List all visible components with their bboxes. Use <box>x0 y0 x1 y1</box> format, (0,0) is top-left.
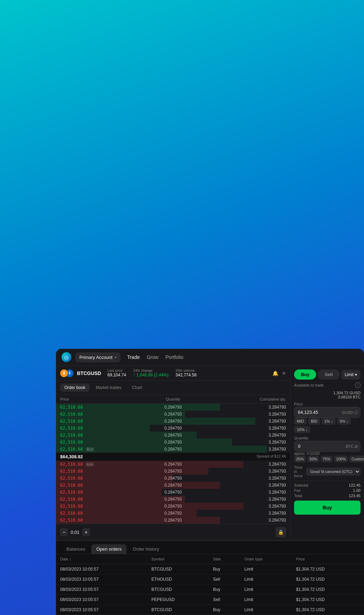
subtotal-row: Subtotal 122.45 <box>294 483 361 487</box>
table-row[interactable]: 08/03/2023 10:05:57 BTCGUSD Buy Limit $1… <box>56 585 364 595</box>
sell-row[interactable]: 62,510.68 0.284793 3.284793 <box>56 468 290 475</box>
sell-row[interactable]: 62,510.68 0.284793 3.284793 <box>56 489 290 496</box>
lock-button[interactable]: 🔒 <box>276 527 286 537</box>
mid-btn[interactable]: MID <box>294 418 307 425</box>
volume-group: 24hr volume 342,774.58 <box>176 369 197 377</box>
close-icon[interactable]: ✕ <box>282 370 286 376</box>
buy-row[interactable]: 62,510.68 0.284793 3.284793 <box>56 425 290 432</box>
tif-select[interactable]: Good 'til canceled (GTC) <box>306 468 361 475</box>
tab-open-orders[interactable]: Open orders <box>91 544 126 554</box>
volume-value: 342,774.58 <box>176 373 197 377</box>
tif-label: Time in force <box>294 465 306 478</box>
symbol-header: ₿ $ BTCGUSD Last price 69,104.74 24hr ch… <box>56 366 290 381</box>
sell-row[interactable]: 62,510.68 0.284793 3.284793 <box>56 517 290 524</box>
nav-portfolio[interactable]: Portfolio <box>165 354 183 360</box>
total-value: 123.45 <box>349 494 361 498</box>
buy-sell-tabs: Buy Sell Limit ▾ <box>294 369 361 380</box>
table-row[interactable]: 08/03/2023 10:05:57 PEPEGUSD Sell Limit … <box>56 595 364 605</box>
account-selector[interactable]: Primary Account ▾ <box>76 353 120 362</box>
row-symbol: ETHOUSD <box>147 574 209 585</box>
change-value: ↑ 1,646.88 (2.44%) <box>133 373 169 377</box>
tab-order-book[interactable]: Order book <box>60 383 90 392</box>
nav-grow[interactable]: Grow <box>147 354 158 360</box>
bell-icon[interactable]: 🔔 <box>272 370 278 376</box>
info-icon: ⓘ <box>354 410 358 415</box>
pct-25-btn[interactable]: 25% <box>294 455 306 462</box>
5pct-btn[interactable]: 5% ↓ <box>337 418 351 425</box>
table-row[interactable]: 08/03/2023 10:05:57 ETHOUSD Sell Limit $… <box>56 574 364 585</box>
fee-row: Fee 1.00 <box>294 488 361 493</box>
buy-row-bid[interactable]: 62,510.68 Bid 0.284793 3.284793 <box>56 446 290 453</box>
col-side: Side <box>209 554 240 564</box>
table-row[interactable]: 08/03/2023 10:05:57 BTCGUSD Buy Limit $1… <box>56 605 364 615</box>
pct-buttons: 25% 50% 75% 100% Custom <box>294 455 361 462</box>
bottom-controls: − 0.01 + 🔒 <box>56 524 290 540</box>
change-label: 24hr change <box>133 369 169 373</box>
available-section: Available to trade i <box>294 382 361 388</box>
buy-tab[interactable]: Buy <box>294 369 316 380</box>
qty-minus-button[interactable]: − <box>60 528 68 536</box>
nav-links: Trade Grow Portfolio <box>127 354 184 360</box>
subtotal-value: 122.45 <box>349 483 361 487</box>
swap-icon[interactable]: ⇄ <box>355 444 358 448</box>
buy-row[interactable]: 62,510.68 0.284793 3.284793 <box>56 439 290 446</box>
col-date: Date ↕ <box>56 554 147 564</box>
available-values: 1,304.72 GUSD 3.08193 BTC <box>294 391 361 399</box>
last-price-value: 69,104.74 <box>107 373 126 377</box>
sell-row[interactable]: 62,510.68 0.284793 3.284793 <box>56 475 290 482</box>
1pct-btn[interactable]: 1% ↓ <box>322 418 336 425</box>
btc-available: 3.08193 BTC <box>338 395 361 399</box>
tab-order-history[interactable]: Order history <box>128 544 164 554</box>
quantity-label: Quantity <box>294 436 361 440</box>
volume-label: 24hr volume <box>176 369 197 373</box>
bid-btn[interactable]: BID <box>308 418 320 425</box>
sell-row[interactable]: 62,510.68 0.284793 3.284793 <box>56 496 290 503</box>
pct-custom-btn[interactable]: Custom <box>349 455 364 462</box>
row-date: 08/03/2023 10:05:57 <box>56 595 147 605</box>
symbol-stats: Last price 69,104.74 24hr change ↑ 1,646… <box>107 369 197 377</box>
table-row[interactable]: 08/03/2023 10:05:57 BTCGUSD Buy Limit $1… <box>56 564 364 574</box>
btc-label: BTC <box>346 444 354 448</box>
sell-row-ask[interactable]: 62,510.68 Ask 0.284793 3.284793 <box>56 461 290 468</box>
row-price: $1,304.72 USD <box>292 585 364 595</box>
buy-row[interactable]: 62,510.68 0.284793 3.284793 <box>56 432 290 439</box>
order-type-button[interactable]: Limit ▾ <box>341 370 361 380</box>
btc-icon: ₿ <box>60 369 68 377</box>
nav-trade[interactable]: Trade <box>127 354 140 360</box>
app-logo: ◎ <box>62 352 71 362</box>
sell-row[interactable]: 62,510.68 0.284793 3.284793 <box>56 503 290 510</box>
main-buy-button[interactable]: Buy <box>294 501 361 515</box>
row-price: $1,304.72 USD <box>292 574 364 585</box>
symbol-name[interactable]: BTCGUSD <box>77 370 101 376</box>
sell-tab[interactable]: Sell <box>317 369 340 380</box>
fee-label: Fee <box>294 488 301 493</box>
row-date: 08/03/2023 10:05:57 <box>56 564 147 574</box>
10pct-btn[interactable]: 10% ↓ <box>294 426 311 433</box>
buy-row[interactable]: 62,510.68 0.284793 3.284793 <box>56 411 290 418</box>
gusd-available: 1,304.72 GUSD <box>333 391 361 395</box>
total-label: Total <box>294 494 302 498</box>
tab-market-trades[interactable]: Market trades <box>92 383 126 392</box>
row-type: Limit <box>240 564 292 574</box>
row-symbol: BTCGUSD <box>147 605 209 615</box>
buy-row[interactable]: 62,510.68 0.284793 3.284793 <box>56 418 290 425</box>
row-symbol: BTCGUSD <box>147 585 209 595</box>
row-symbol: PEPEGUSD <box>147 595 209 605</box>
pct-50-btn[interactable]: 50% <box>307 455 319 462</box>
price-label: Price <box>294 402 361 406</box>
account-label: Primary Account <box>79 355 113 360</box>
orders-table: Date ↕ Symbol Side Order type Price 08/0… <box>56 554 364 615</box>
buy-row[interactable]: 62,510.68 0.284793 3.284793 <box>56 404 290 411</box>
row-date: 08/03/2023 10:05:57 <box>56 574 147 585</box>
qty-plus-button[interactable]: + <box>82 528 90 536</box>
sell-row[interactable]: 62,510.68 0.284793 3.284793 <box>56 510 290 517</box>
tab-balances[interactable]: Balances <box>62 544 90 554</box>
tab-chart[interactable]: Chart <box>128 383 146 392</box>
pct-100-btn[interactable]: 100% <box>334 455 348 462</box>
bottom-tabs: Balances Open orders Order history <box>56 541 364 554</box>
approx-label: approx. 0 GUSD <box>294 452 361 455</box>
sell-row[interactable]: 62,510.68 0.284793 3.284793 <box>56 482 290 489</box>
pct-75-btn[interactable]: 75% <box>321 455 333 462</box>
order-type-label: Limit <box>345 372 354 377</box>
spread-row: $64,308.92 Spread of $12.46 <box>56 453 290 461</box>
